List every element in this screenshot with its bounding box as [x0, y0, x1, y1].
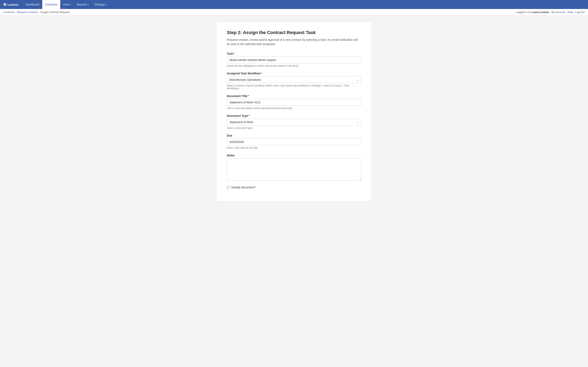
- breadcrumb: Contracts › Request Contract › Assign Co…: [3, 11, 70, 14]
- brand-name: Lextree: [8, 3, 18, 6]
- document-type-field-group: Document Type* Statement of Work Master …: [227, 114, 361, 129]
- auth-info: Logged in as Laura Lextree - My Account …: [516, 11, 585, 14]
- document-type-label: Document Type*: [227, 114, 361, 117]
- auth-username: Laura Lextree: [532, 11, 549, 14]
- notes-field-group: Notes: [227, 154, 361, 181]
- help-link[interactable]: Help: [567, 11, 573, 14]
- my-account-link[interactable]: My Account: [552, 11, 565, 14]
- auth-prefix: Logged in as: [516, 11, 532, 14]
- nav-label-settings: Settings: [94, 3, 105, 6]
- document-title-required-marker: *: [248, 94, 249, 98]
- nav-item-view[interactable]: View ▾: [60, 0, 74, 9]
- auth-sep-1: -: [550, 11, 552, 14]
- assign-task-form: Task* Name the task (displayed in tables…: [227, 52, 361, 189]
- breadcrumb-request-contract[interactable]: Request Contract: [17, 11, 38, 14]
- view-dropdown-icon: ▾: [70, 3, 71, 6]
- include-document-row: Include document?: [227, 186, 361, 189]
- workflow-label: Assigned Task Workflow*: [227, 72, 361, 75]
- document-title-hint: Title or short description of the reques…: [227, 107, 361, 110]
- task-input[interactable]: [227, 57, 361, 63]
- breadcrumb-sep-2: ›: [39, 11, 39, 14]
- document-type-required-marker: *: [249, 114, 250, 117]
- due-input[interactable]: [227, 138, 361, 145]
- include-document-checkbox[interactable]: [227, 186, 230, 189]
- nav-item-reports[interactable]: Reports ▾: [74, 0, 91, 9]
- nav-item-settings[interactable]: Settings ▾: [91, 0, 109, 9]
- nav-label-dashboard: Dashboard: [25, 3, 39, 6]
- nav-item-contracts[interactable]: Contracts: [42, 0, 60, 9]
- breadcrumb-sep-1: ›: [16, 11, 16, 14]
- due-label: Due: [227, 134, 361, 137]
- main-content: Step 2: Assign the Contract Request Task…: [216, 22, 372, 201]
- due-field-group: Due Enter a due date for the task.: [227, 134, 361, 149]
- settings-dropdown-icon: ▾: [105, 3, 107, 6]
- nav-item-dashboard[interactable]: Dashboard: [22, 0, 42, 9]
- document-title-field-group: Document Title* Title or short descripti…: [227, 94, 361, 110]
- notes-textarea[interactable]: [227, 158, 361, 181]
- breadcrumb-contracts[interactable]: Contracts: [3, 11, 15, 14]
- brand-logo[interactable]: ✿ Lextree: [3, 2, 18, 7]
- workflow-select-wrapper: Discretionary Operations Standard Operat…: [227, 76, 361, 83]
- breadcrumb-bar: Contracts › Request Contract › Assign Co…: [0, 9, 588, 16]
- log-out-link[interactable]: Log Out: [575, 11, 585, 14]
- document-type-select[interactable]: Statement of Work Master Agreement Amend…: [227, 119, 361, 125]
- task-hint: Name the task (displayed in tables and e…: [227, 64, 361, 67]
- page-description: Request creation, review and/or approval…: [227, 38, 361, 46]
- due-hint: Enter a due date for the task.: [227, 146, 361, 149]
- document-type-select-wrapper: Statement of Work Master Agreement Amend…: [227, 119, 361, 125]
- task-field-group: Task* Name the task (displayed in tables…: [227, 52, 361, 67]
- task-label: Task*: [227, 52, 361, 55]
- include-document-label[interactable]: Include document?: [231, 186, 255, 189]
- workflow-select[interactable]: Discretionary Operations Standard Operat…: [227, 76, 361, 83]
- document-title-label: Document Title*: [227, 94, 361, 98]
- reports-dropdown-icon: ▾: [87, 3, 89, 6]
- nav-label-reports: Reports: [77, 3, 87, 6]
- workflow-hint: Select a contract request workflow (Admi…: [227, 84, 361, 90]
- top-nav: ✿ Lextree Dashboard Contracts View ▾ Rep…: [0, 0, 588, 9]
- nav-label-view: View: [63, 3, 69, 6]
- brand-icon: ✿: [3, 2, 6, 7]
- workflow-required-marker: *: [261, 72, 262, 75]
- auth-sep-3: -: [574, 11, 575, 14]
- breadcrumb-current: Assign Contract Request: [40, 11, 70, 14]
- document-title-input[interactable]: [227, 99, 361, 106]
- task-required-marker: *: [233, 52, 234, 55]
- document-type-hint: Select a document type.: [227, 127, 361, 129]
- notes-label: Notes: [227, 154, 361, 157]
- nav-label-contracts: Contracts: [45, 3, 57, 6]
- page-title: Step 2: Assign the Contract Request Task: [227, 30, 361, 35]
- workflow-field-group: Assigned Task Workflow* Discretionary Op…: [227, 72, 361, 90]
